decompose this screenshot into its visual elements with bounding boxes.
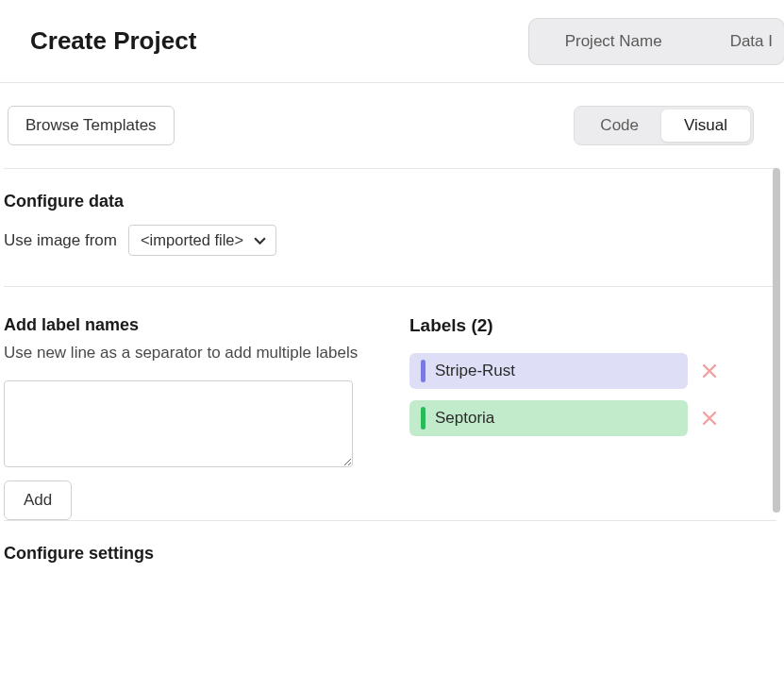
close-icon — [701, 362, 718, 379]
chevron-down-icon — [254, 236, 266, 244]
labels-textarea[interactable] — [4, 380, 353, 467]
header-steps: Project Name Data I — [528, 18, 784, 65]
add-labels-hint: Use new line as a separator to add multi… — [4, 341, 387, 365]
label-row: Septoria — [409, 400, 720, 436]
toolbar: Browse Templates Code Visual — [0, 83, 784, 168]
use-image-label: Use image from — [4, 231, 117, 250]
header: Create Project Project Name Data I — [0, 0, 784, 83]
section-add-labels: Add label names Use new line as a separa… — [4, 286, 776, 520]
configure-settings-title: Configure settings — [4, 544, 776, 564]
labels-heading: Labels (2) — [409, 315, 720, 336]
use-image-row: Use image from <imported file> — [4, 225, 776, 256]
main-scroll-area: Configure data Use image from <imported … — [0, 168, 784, 672]
label-name: Septoria — [435, 409, 494, 428]
label-color-indicator — [421, 407, 425, 430]
page-title: Create Project — [30, 26, 196, 56]
view-toggle: Code Visual — [574, 106, 754, 145]
close-icon — [701, 410, 718, 427]
image-source-select[interactable]: <imported file> — [128, 225, 276, 256]
label-chip-septoria[interactable]: Septoria — [409, 400, 688, 436]
image-source-value: <imported file> — [141, 231, 243, 249]
configure-data-title: Configure data — [4, 192, 776, 211]
add-labels-title: Add label names — [4, 315, 387, 335]
scrollbar[interactable] — [773, 168, 780, 513]
step-data-import[interactable]: Data I — [696, 21, 782, 62]
tab-visual[interactable]: Visual — [661, 110, 750, 142]
browse-templates-button[interactable]: Browse Templates — [8, 106, 175, 145]
label-name: Stripe-Rust — [435, 362, 515, 380]
section-configure-data: Configure data Use image from <imported … — [4, 168, 776, 286]
label-color-indicator — [421, 360, 425, 382]
tab-code[interactable]: Code — [577, 110, 661, 142]
label-row: Stripe-Rust — [409, 353, 720, 389]
label-chip-stripe-rust[interactable]: Stripe-Rust — [409, 353, 688, 389]
add-button[interactable]: Add — [4, 480, 72, 520]
remove-label-button[interactable] — [699, 408, 720, 429]
step-project-name[interactable]: Project Name — [531, 21, 696, 62]
remove-label-button[interactable] — [699, 361, 720, 381]
section-configure-settings: Configure settings — [4, 520, 776, 564]
